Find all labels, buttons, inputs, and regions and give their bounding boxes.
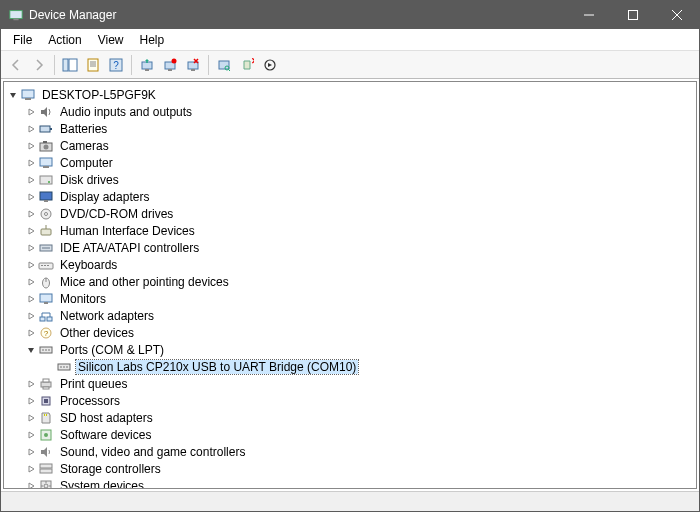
add-legacy-hardware-button[interactable]: ✕ bbox=[236, 54, 258, 76]
tree-item-cat-20[interactable]: Storage controllers bbox=[6, 460, 694, 477]
tree-item-label: Cameras bbox=[58, 139, 111, 153]
tree-item-cat-15[interactable]: Print queues bbox=[6, 375, 694, 392]
close-button[interactable] bbox=[655, 1, 699, 29]
svg-rect-54 bbox=[47, 317, 52, 321]
expander-icon[interactable] bbox=[24, 224, 38, 238]
menubar: File Action View Help bbox=[1, 29, 699, 51]
monitor-icon bbox=[38, 291, 54, 307]
tree-item-cat-0[interactable]: Audio inputs and outputs bbox=[6, 103, 694, 120]
show-hide-console-button[interactable] bbox=[59, 54, 81, 76]
titlebar: Device Manager bbox=[1, 1, 699, 29]
tree-item-cat-10[interactable]: Mice and other pointing devices bbox=[6, 273, 694, 290]
tree-item-cat-5[interactable]: Display adapters bbox=[6, 188, 694, 205]
expander-icon[interactable] bbox=[24, 377, 38, 391]
tree-item-cat-18[interactable]: Software devices bbox=[6, 426, 694, 443]
menu-file[interactable]: File bbox=[5, 31, 40, 49]
tree-item-cat-19[interactable]: Sound, video and game controllers bbox=[6, 443, 694, 460]
expander-icon[interactable] bbox=[24, 479, 38, 490]
enable-button[interactable] bbox=[259, 54, 281, 76]
tree-item-label: System devices bbox=[58, 479, 146, 490]
expander-icon[interactable] bbox=[24, 326, 38, 340]
menu-help[interactable]: Help bbox=[132, 31, 173, 49]
properties-button[interactable] bbox=[82, 54, 104, 76]
maximize-button[interactable] bbox=[611, 1, 655, 29]
window-title: Device Manager bbox=[29, 8, 567, 22]
update-driver-button[interactable] bbox=[136, 54, 158, 76]
tree-item-cat-1[interactable]: Batteries bbox=[6, 120, 694, 137]
svg-rect-68 bbox=[41, 382, 51, 387]
tree-item-root[interactable]: DESKTOP-L5PGF9K bbox=[6, 86, 694, 103]
svg-rect-26 bbox=[22, 90, 34, 98]
scan-hardware-button[interactable] bbox=[213, 54, 235, 76]
tree-item-cat-4[interactable]: Disk drives bbox=[6, 171, 694, 188]
expander-icon[interactable] bbox=[24, 275, 38, 289]
svg-rect-47 bbox=[44, 265, 46, 266]
svg-rect-34 bbox=[43, 166, 49, 168]
network-icon bbox=[38, 308, 54, 324]
menu-action[interactable]: Action bbox=[40, 31, 89, 49]
svg-rect-17 bbox=[168, 69, 172, 71]
expander-icon[interactable] bbox=[24, 343, 38, 357]
tree-item-label: Mice and other pointing devices bbox=[58, 275, 231, 289]
expander-icon[interactable] bbox=[24, 139, 38, 153]
tree-item-cat-3[interactable]: Computer bbox=[6, 154, 694, 171]
tree-item-cat-17[interactable]: SD host adapters bbox=[6, 409, 694, 426]
tree-item-label: Silicon Labs CP210x USB to UART Bridge (… bbox=[76, 360, 358, 374]
device-tree[interactable]: DESKTOP-L5PGF9K Audio inputs and outputs… bbox=[3, 81, 697, 489]
separator bbox=[54, 55, 55, 75]
menu-view[interactable]: View bbox=[90, 31, 132, 49]
svg-rect-77 bbox=[40, 464, 52, 468]
tree-item-cat-21[interactable]: System devices bbox=[6, 477, 694, 489]
expander-icon[interactable] bbox=[24, 258, 38, 272]
expander-icon[interactable] bbox=[24, 394, 38, 408]
port-icon bbox=[38, 342, 54, 358]
tree-item-label: Ports (COM & LPT) bbox=[58, 343, 166, 357]
tree-item-label: Keyboards bbox=[58, 258, 119, 272]
svg-rect-51 bbox=[40, 294, 52, 302]
expander-icon[interactable] bbox=[24, 105, 38, 119]
svg-rect-74 bbox=[46, 414, 47, 416]
expander-icon[interactable] bbox=[24, 292, 38, 306]
expander-icon[interactable] bbox=[24, 411, 38, 425]
tree-item-label: Disk drives bbox=[58, 173, 121, 187]
expander-icon[interactable] bbox=[24, 428, 38, 442]
expander-icon[interactable] bbox=[24, 207, 38, 221]
svg-text:✕: ✕ bbox=[251, 58, 254, 66]
svg-rect-27 bbox=[25, 98, 31, 100]
tree-item-cat-11[interactable]: Monitors bbox=[6, 290, 694, 307]
tree-item-label: IDE ATA/ATAPI controllers bbox=[58, 241, 201, 255]
tree-item-cat-2[interactable]: Cameras bbox=[6, 137, 694, 154]
expander-icon[interactable] bbox=[24, 445, 38, 459]
expander-icon[interactable] bbox=[24, 122, 38, 136]
statusbar bbox=[1, 491, 699, 511]
tree-item-cat-14[interactable]: Ports (COM & LPT) bbox=[6, 341, 694, 358]
tree-item-dev-14-0[interactable]: Silicon Labs CP210x USB to UART Bridge (… bbox=[6, 358, 694, 375]
uninstall-button[interactable] bbox=[159, 54, 181, 76]
keyboard-icon bbox=[38, 257, 54, 273]
expander-icon[interactable] bbox=[24, 241, 38, 255]
expander-icon[interactable] bbox=[24, 156, 38, 170]
tree-item-cat-12[interactable]: Network adapters bbox=[6, 307, 694, 324]
expander-icon[interactable] bbox=[6, 88, 20, 102]
tree-item-cat-9[interactable]: Keyboards bbox=[6, 256, 694, 273]
svg-point-76 bbox=[44, 433, 48, 437]
tree-item-cat-6[interactable]: DVD/CD-ROM drives bbox=[6, 205, 694, 222]
expander-icon[interactable] bbox=[24, 309, 38, 323]
mouse-icon bbox=[38, 274, 54, 290]
expander-icon[interactable] bbox=[24, 462, 38, 476]
svg-point-36 bbox=[48, 181, 50, 183]
minimize-button[interactable] bbox=[567, 1, 611, 29]
svg-rect-8 bbox=[88, 59, 98, 71]
display-icon bbox=[38, 189, 54, 205]
tree-item-cat-8[interactable]: IDE ATA/ATAPI controllers bbox=[6, 239, 694, 256]
help-button[interactable]: ? bbox=[105, 54, 127, 76]
tree-item-label: Human Interface Devices bbox=[58, 224, 197, 238]
tree-item-cat-13[interactable]: ? Other devices bbox=[6, 324, 694, 341]
disable-button[interactable] bbox=[182, 54, 204, 76]
expander-icon[interactable] bbox=[24, 190, 38, 204]
svg-rect-20 bbox=[191, 69, 195, 71]
ide-icon bbox=[38, 240, 54, 256]
tree-item-cat-7[interactable]: Human Interface Devices bbox=[6, 222, 694, 239]
tree-item-cat-16[interactable]: Processors bbox=[6, 392, 694, 409]
expander-icon[interactable] bbox=[24, 173, 38, 187]
